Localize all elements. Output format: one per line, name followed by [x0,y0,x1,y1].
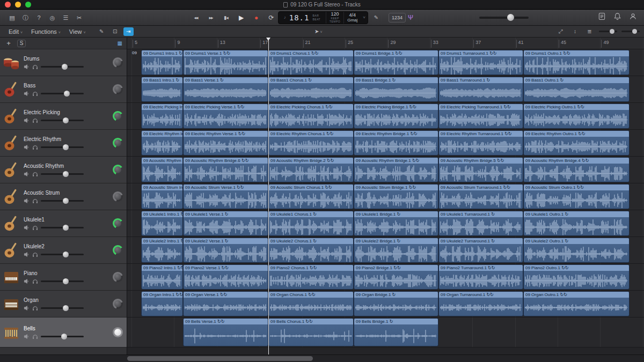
volume-slider[interactable] [41,227,84,228]
pan-knob[interactable] [113,111,123,121]
stop-button[interactable]: ▮◂ [219,12,233,23]
mute-button[interactable] [24,171,30,177]
pencil-icon[interactable]: ✎ [371,12,381,23]
mute-button[interactable] [24,225,30,231]
pan-knob[interactable] [113,245,123,255]
region[interactable]: 09 Acoustic Rhythm Bridge.6 ↻↻ [183,157,268,182]
region[interactable]: 09 Electric Picking Intro.1 ↻↻ [141,104,183,129]
track-header-electric-picking[interactable]: Electric Picking [0,103,127,130]
track-header-bells[interactable]: Bells [0,317,127,348]
pan-knob[interactable] [113,191,123,202]
alerts-icon[interactable] [613,12,622,23]
region[interactable]: 09 Ukulele2 Verse.1 ↻ [183,238,268,263]
region[interactable]: 09 Ukulele2 Turnaround.1 ↻ [438,238,523,263]
functions-menu[interactable]: Functions˅ [28,28,64,35]
lcd-key-cell[interactable]: 4/4 Gmaj [343,12,361,24]
lcd-display[interactable]: ♪ 18.1 BAR BEAT 120 KEEP TEMPO 4/4 Gmaj … [278,11,368,24]
solo-button[interactable] [32,225,38,231]
mute-button[interactable] [24,334,30,339]
region[interactable]: 09 Ukulele1 Bridge.1 ↻ [354,211,438,236]
track-header-bass[interactable]: Bass [0,76,127,103]
solo-button[interactable] [32,144,38,150]
volume-thumb[interactable] [63,198,69,204]
volume-slider[interactable] [41,120,84,121]
record-button[interactable]: ● [249,12,263,23]
volume-thumb[interactable] [63,117,69,123]
scrollbar-thumb[interactable] [127,356,313,361]
smart-controls-icon[interactable]: ◎ [47,12,58,23]
solo-button[interactable] [32,91,38,97]
mute-button[interactable] [24,144,30,150]
editors-icon[interactable]: ✂ [74,12,85,23]
volume-thumb[interactable] [63,252,69,257]
mixer-icon[interactable]: ☰ [60,12,71,23]
master-volume-thumb[interactable] [507,14,514,21]
automation-toggle-icon[interactable]: ▦ [118,40,122,46]
region[interactable]: 09 Electric Rhythm Verse.1 ↻↻ [183,130,268,156]
region[interactable]: 09 Acoustic Strum Bridge.1 ↻↻ [354,184,438,209]
region[interactable]: 09 Acoustic Strum Outro.1 ↻↻ [523,184,630,209]
volume-slider[interactable] [41,200,84,202]
region[interactable]: 09 Ukulele1 Intro.1 ↻ [141,211,183,236]
region[interactable]: 09 Bells Verse.1 ↻↻ [183,318,268,346]
track-header-acoustic-rhythm[interactable]: Acoustic Rhythm [0,157,127,183]
master-volume-slider[interactable] [479,17,529,19]
region[interactable]: 09 Piano2 Outro.1 ↻↻ [523,264,630,290]
region[interactable]: 09 Ukulele1 Verse.1 ↻ [183,211,268,236]
volume-thumb[interactable] [62,64,68,70]
region[interactable]: 09 Bass1 Chorus.1 ↻ [268,77,354,102]
volume-slider[interactable] [41,307,84,309]
mute-button[interactable] [24,198,30,204]
region[interactable]: 09 Electric Rhythm Bridge.1 ↻↻ [354,130,438,156]
volume-slider[interactable] [41,336,84,337]
solo-button[interactable] [32,198,38,204]
solo-button[interactable] [32,252,38,257]
region[interactable]: 09 Acoustic Rhythm Bridge.4 ↻↻ [523,157,630,182]
region[interactable]: 09 Acoustic Rhythm Bridge.2 ↻↻ [268,157,354,182]
track-header-electric-rhythm[interactable]: Electric Rhythm [0,130,127,157]
pan-knob[interactable] [113,327,123,337]
region[interactable]: 09 Ukulele1 Chorus.1 ↻ [268,211,354,236]
region[interactable]: 09 Bass1 Bridge.1 ↻ [354,77,438,102]
region[interactable]: 09 Piano2 Chorus.1 ↻↻ [268,264,354,290]
volume-thumb[interactable] [63,144,69,150]
volume-slider[interactable] [41,66,84,68]
track-header-acoustic-strum[interactable]: Acoustic Strum [0,183,127,210]
inspector-icon[interactable]: ⓘ [20,12,31,23]
region[interactable]: 09 Acoustic Strum Intro.1 ↻↻ [141,184,183,209]
volume-thumb[interactable] [61,334,67,339]
region[interactable]: 09 Ukulele1 Outro.1 ↻ [523,211,630,236]
region[interactable]: 09 Electric Rhythm Outro.1 ↻↻ [523,130,630,156]
playhead-marker[interactable] [266,38,270,43]
region[interactable]: 09 Drums1 Bridge.1 ↻↻ [354,50,438,75]
volume-thumb[interactable] [64,91,70,97]
track-height-icon[interactable]: ↕ [570,27,580,36]
volume-thumb[interactable] [63,171,69,177]
add-track-button[interactable]: + [4,39,13,47]
tuner-icon[interactable]: Ψ [406,13,415,23]
volume-slider[interactable] [41,146,84,148]
view-menu[interactable]: View˅ [66,28,89,35]
volume-slider[interactable] [41,173,84,175]
pan-knob[interactable] [113,218,123,228]
region[interactable]: 09 Ukulele2 Intro.1 ↻ [141,238,183,263]
volume-slider[interactable] [41,254,84,255]
track-header-ukulele2[interactable]: Ukulele2 [0,237,127,264]
volume-thumb[interactable] [63,278,69,284]
volume-slider[interactable] [41,280,84,282]
pencil-tool-icon[interactable]: ✎ [97,27,107,36]
region[interactable]: 09 Acoustic Rhythm Br ↻↻ [141,157,183,182]
volume-slider[interactable] [41,93,84,94]
solo-button[interactable] [32,334,38,339]
region[interactable]: 09 Ukulele2 Bridge.1 ↻ [354,238,438,263]
v-zoom-slider[interactable] [621,31,640,32]
region[interactable]: 09 Bass1 Outro.1 ↻ [523,77,630,102]
solo-button[interactable] [32,64,38,70]
region[interactable]: 09 Electric Rhythm Chorus.1 ↻↻ [268,130,354,156]
horizontal-scrollbar[interactable] [0,354,644,362]
region[interactable]: 09 Electric Rhythm Intro.1 ↻↻ [141,130,183,156]
region[interactable]: 09 Bass1 Turnaround.1 ↻ [438,77,523,102]
track-header-organ[interactable]: Organ [0,291,127,317]
region[interactable]: 09 Piano2 Turnaround.1 ↻↻ [438,264,523,290]
region[interactable]: 09 Organ Intro.1 ↻↻ [141,291,183,316]
